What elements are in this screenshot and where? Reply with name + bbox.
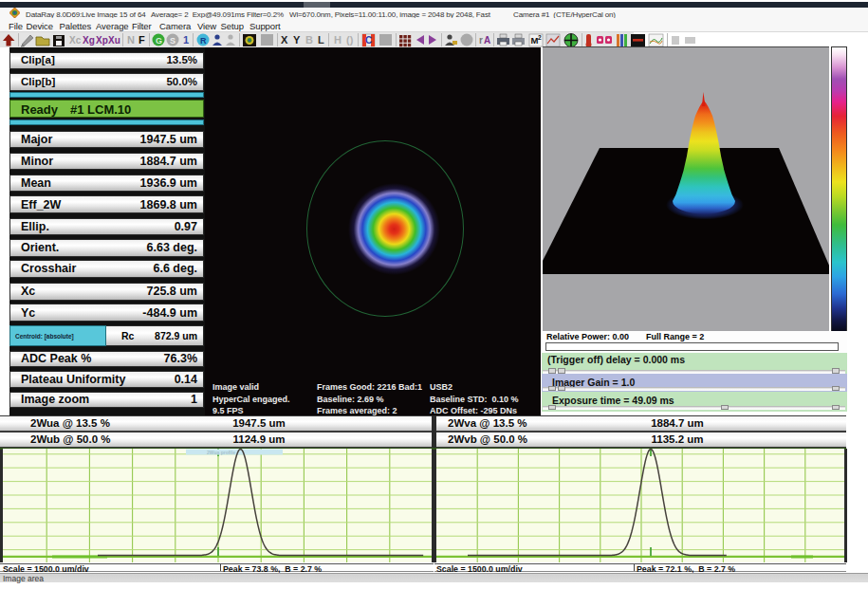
svg-text:r: r [479, 35, 483, 46]
svg-text:S: S [170, 36, 175, 46]
svg-text:Xp: Xp [96, 35, 108, 46]
svg-text:(): () [346, 34, 354, 46]
svg-text:2: 2 [538, 34, 542, 41]
svg-text:G: G [156, 36, 162, 46]
svg-text:Xu: Xu [108, 35, 120, 46]
svg-text:H: H [334, 34, 342, 46]
svg-text:X: X [281, 34, 288, 46]
svg-text:C: C [365, 35, 372, 46]
svg-text:A: A [484, 35, 490, 46]
svg-text:N: N [127, 34, 135, 46]
svg-text:Y: Y [293, 34, 301, 46]
svg-text:L: L [318, 34, 324, 46]
svg-text:2Wua profile: 2Wua profile [207, 450, 235, 455]
svg-text:F: F [139, 34, 145, 46]
svg-text:R: R [200, 36, 207, 46]
svg-text:1: 1 [183, 34, 189, 46]
svg-text:Xg: Xg [83, 35, 95, 46]
svg-text:Xc: Xc [69, 35, 82, 46]
svg-text:B: B [305, 34, 313, 46]
